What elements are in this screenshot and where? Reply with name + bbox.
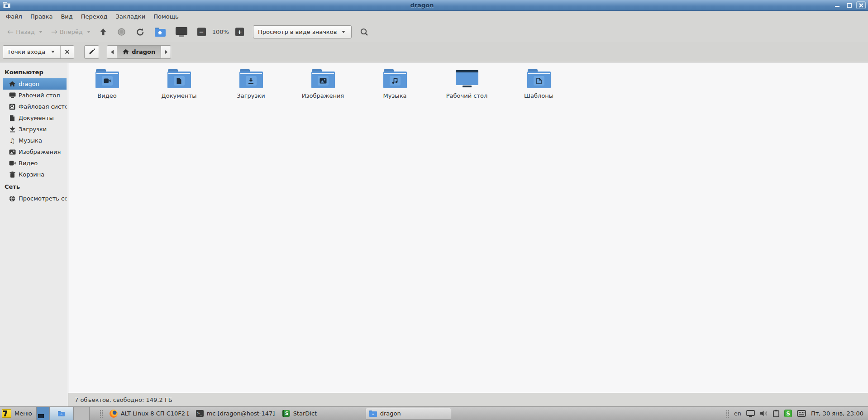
mini-window-icon <box>38 414 44 418</box>
folder-videos[interactable]: Видео <box>71 69 143 99</box>
folder-icon <box>239 69 263 88</box>
zoom-out-button[interactable]: − <box>195 25 209 38</box>
folder-templates[interactable]: Шаблоны <box>503 69 575 99</box>
maximize-button[interactable] <box>844 1 854 9</box>
menu-file[interactable]: Файл <box>2 11 26 22</box>
close-sidebar-button[interactable] <box>60 46 74 58</box>
trash-icon <box>9 172 16 178</box>
sidebar-item-music[interactable]: ♫ Музыка <box>0 135 67 146</box>
folder-pictures[interactable]: Изображения <box>287 69 359 99</box>
folder-documents[interactable]: Документы <box>143 69 215 99</box>
titlebar[interactable]: dragon <box>0 0 868 11</box>
alt-linux-logo-icon <box>2 409 11 418</box>
breadcrumb-current[interactable]: dragon <box>117 46 161 58</box>
folder-icon <box>311 69 335 88</box>
breadcrumb-label: dragon <box>132 48 155 55</box>
folder-icon <box>383 69 407 88</box>
toolbar: ← Назад → Вперёд <box>0 22 868 42</box>
workspace-3[interactable] <box>73 407 90 420</box>
sidebar-item-trash[interactable]: Корзина <box>0 169 67 180</box>
breadcrumb-right-arrow[interactable] <box>161 46 171 58</box>
menu-bookmarks[interactable]: Закладки <box>111 11 149 22</box>
task-mc[interactable]: >_ mc [dragon@host-147]:~ <box>193 408 278 420</box>
home-button[interactable] <box>152 25 168 39</box>
search-button[interactable] <box>357 25 372 39</box>
icon-view[interactable]: Видео Документы За <box>68 63 868 393</box>
task-firefox[interactable]: ALT Linux 8 СП C10F2 [am... <box>106 408 192 420</box>
forward-button[interactable]: → Вперёд <box>48 26 86 38</box>
template-emblem-icon <box>534 76 544 86</box>
zoom-level: 100% <box>209 29 233 35</box>
tasklist-grip[interactable] <box>100 410 103 418</box>
zoom-in-button[interactable]: + <box>233 25 247 38</box>
places-combo-arrow-icon <box>51 51 55 53</box>
download-emblem-icon <box>246 76 257 86</box>
back-history-dropdown-icon[interactable] <box>39 31 43 33</box>
file-manager-window: dragon Файл Правка Вид Переход Закладки … <box>0 0 868 62</box>
sidebar-item-desktop[interactable]: Рабочий стол <box>0 90 67 101</box>
menu-edit[interactable]: Правка <box>26 11 57 22</box>
workspace-2-active[interactable]: ⌂ <box>49 407 73 420</box>
folder-downloads[interactable]: Загрузки <box>215 69 287 99</box>
system-tray: en S Пт, 30 янв, 23:00 <box>726 410 868 418</box>
sidebar-item-videos[interactable]: Видео <box>0 158 67 169</box>
keyboard-layout-indicator[interactable]: en <box>734 410 741 417</box>
sidebar-item-documents[interactable]: Документы <box>0 112 67 124</box>
path-row: Точки входа dragon <box>0 42 868 62</box>
volume-icon[interactable] <box>760 410 768 417</box>
document-emblem-icon <box>174 76 185 86</box>
search-icon <box>360 28 369 37</box>
up-button[interactable] <box>96 25 110 38</box>
desktop-monitor-icon <box>176 27 187 37</box>
stardict-book-icon: S <box>282 410 290 417</box>
firefox-icon <box>110 410 118 418</box>
edit-path-button[interactable] <box>84 45 99 59</box>
clipboard-icon[interactable] <box>773 410 779 417</box>
keyboard-icon[interactable] <box>797 410 806 417</box>
folder-desktop[interactable]: Рабочий стол <box>431 69 503 99</box>
sidebar-item-pictures[interactable]: Изображения <box>0 146 67 158</box>
workspace-1[interactable] <box>36 407 49 420</box>
forward-history-dropdown-icon[interactable] <box>87 31 91 33</box>
folder-icon <box>527 69 551 88</box>
breadcrumb: dragon <box>107 45 171 59</box>
video-icon <box>9 161 16 166</box>
sidebar-item-downloads[interactable]: Загрузки <box>0 124 67 135</box>
back-button[interactable]: ← Назад <box>5 26 38 38</box>
folder-music[interactable]: Музыка <box>359 69 431 99</box>
view-mode-dropdown[interactable]: Просмотр в виде значков <box>253 25 352 38</box>
display-tray-icon[interactable] <box>746 410 755 417</box>
status-text: 7 объектов, свободно: 149,2 ГБ <box>75 396 172 403</box>
menu-go[interactable]: Переход <box>77 11 112 22</box>
menu-button-label: Меню <box>14 410 32 417</box>
breadcrumb-left-arrow[interactable] <box>107 46 117 58</box>
desktop-button[interactable] <box>173 25 190 39</box>
clock[interactable]: Пт, 30 янв, 23:00 <box>811 410 863 417</box>
menu-view[interactable]: Вид <box>57 11 76 22</box>
mini-folder-icon: ⌂ <box>58 411 65 416</box>
downloads-icon <box>9 126 16 133</box>
forward-label: Вперёд <box>60 29 83 35</box>
filesystem-icon <box>9 104 16 110</box>
task-dragon[interactable]: ⌂ dragon <box>366 408 451 420</box>
folder-icon <box>95 69 119 88</box>
places-combo-label: Точки входа <box>7 48 45 55</box>
sidebar-section-computer: Компьютер <box>0 66 68 78</box>
menu-help[interactable]: Помощь <box>149 11 182 22</box>
network-icon <box>9 196 16 202</box>
window-folder-icon <box>3 2 11 9</box>
sidebar-item-home[interactable]: dragon <box>3 78 67 90</box>
task-stardict[interactable]: S StarDict <box>279 408 365 420</box>
refresh-button[interactable] <box>133 25 148 39</box>
stop-button[interactable] <box>114 25 129 38</box>
tray-grip[interactable] <box>726 410 729 418</box>
places-combo[interactable]: Точки входа <box>3 45 74 59</box>
close-button[interactable] <box>856 1 866 9</box>
stardict-tray-icon[interactable]: S <box>784 410 792 417</box>
menu-button[interactable]: Меню <box>0 407 36 420</box>
desktop-icon <box>9 92 16 98</box>
sidebar-item-filesystem[interactable]: Файловая систе... <box>0 101 67 112</box>
view-mode-label: Просмотр в виде значков <box>258 29 337 35</box>
minimize-button[interactable] <box>833 1 842 9</box>
sidebar-item-browse-network[interactable]: Просмотреть сеть <box>0 193 67 204</box>
